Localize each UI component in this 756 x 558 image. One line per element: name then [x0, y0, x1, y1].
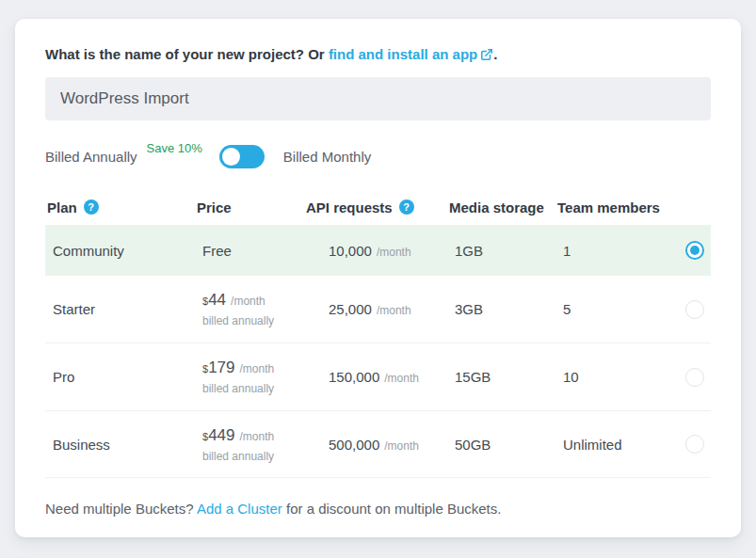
plan-name: Starter — [45, 301, 195, 317]
new-project-card: What is the name of your new project? Or… — [15, 19, 741, 537]
plan-row-pro[interactable]: Pro $ 179 /month billed annually 150,000… — [45, 343, 711, 410]
external-link-icon — [480, 47, 493, 66]
plan-row-starter[interactable]: Starter $ 44 /month billed annually 25,0… — [45, 275, 711, 343]
plan-api-requests: 25,000/month — [304, 301, 447, 317]
price-amount: 449 — [208, 426, 234, 445]
plan-media-storage: 50GB — [447, 437, 555, 453]
question-prefix: What is the name of your new project? Or — [45, 46, 329, 62]
price-note: billed annually — [202, 382, 304, 395]
plan-price: $ 44 /month billed annually — [195, 291, 304, 327]
plan-name: Business — [45, 437, 195, 453]
plan-team-members: Unlimited — [555, 437, 678, 453]
plan-team-members: 1 — [555, 243, 678, 259]
plan-name: Community — [45, 243, 195, 259]
cluster-note-before: Need multiple Buckets? — [45, 501, 197, 517]
billing-toggle[interactable] — [219, 145, 265, 168]
price-period: /month — [240, 362, 275, 375]
plan-api-requests: 500,000/month — [304, 437, 447, 453]
plan-name: Pro — [45, 369, 195, 385]
plan-media-storage: 15GB — [447, 369, 555, 385]
column-header-plan: Plan ? — [45, 199, 195, 215]
plan-radio-business[interactable] — [685, 435, 704, 454]
table-header-row: Plan ? Price API requests ? Media storag… — [45, 189, 711, 225]
price-note: billed annually — [202, 314, 304, 327]
plan-price: $ 179 /month billed annually — [195, 359, 304, 395]
plan-media-storage: 3GB — [447, 301, 555, 317]
price-period: /month — [240, 430, 275, 443]
column-header-price: Price — [195, 199, 304, 215]
add-cluster-link[interactable]: Add a Cluster — [197, 501, 282, 517]
cluster-note: Need multiple Buckets? Add a Cluster for… — [45, 501, 711, 517]
plan-price: Free — [195, 243, 304, 259]
plan-help-icon[interactable]: ? — [84, 199, 99, 215]
plan-media-storage: 1GB — [447, 243, 555, 259]
column-header-media-storage: Media storage — [447, 199, 555, 215]
plan-api-requests: 150,000/month — [304, 369, 447, 385]
api-requests-help-icon[interactable]: ? — [399, 199, 414, 215]
plan-price: $ 449 /month billed annually — [195, 426, 304, 463]
price-amount: Free — [202, 243, 232, 259]
project-name-input[interactable] — [45, 77, 711, 120]
column-header-api-requests: API requests ? — [304, 199, 447, 215]
plan-radio-pro[interactable] — [685, 368, 704, 387]
billed-monthly-label: Billed Monthly — [283, 149, 371, 165]
price-period: /month — [231, 295, 265, 308]
project-question: What is the name of your new project? Or… — [45, 45, 711, 66]
question-suffix: . — [493, 46, 497, 62]
plan-row-community[interactable]: Community Free 10,000/month 1GB 1 — [45, 225, 711, 275]
price-note: billed annually — [202, 450, 304, 463]
find-install-app-link[interactable]: find and install an app — [329, 46, 477, 62]
price-amount: 179 — [208, 359, 234, 377]
billing-period-row: Billed Annually Save 10% Billed Monthly — [45, 145, 711, 168]
save-badge: Save 10% — [147, 141, 202, 155]
plan-radio-community[interactable] — [685, 241, 704, 260]
billed-annually-label: Billed Annually — [45, 149, 137, 165]
price-amount: 44 — [208, 291, 226, 310]
plan-radio-starter[interactable] — [685, 300, 704, 319]
plan-api-requests: 10,000/month — [304, 243, 447, 259]
plan-team-members: 10 — [555, 369, 678, 385]
plans-table: Plan ? Price API requests ? Media storag… — [45, 189, 711, 478]
plan-team-members: 5 — [555, 301, 678, 317]
plan-row-business[interactable]: Business $ 449 /month billed annually 50… — [45, 410, 711, 478]
column-header-team-members: Team members — [555, 199, 678, 215]
cluster-note-after: for a discount on multiple Buckets. — [282, 501, 502, 517]
toggle-knob — [222, 148, 240, 166]
